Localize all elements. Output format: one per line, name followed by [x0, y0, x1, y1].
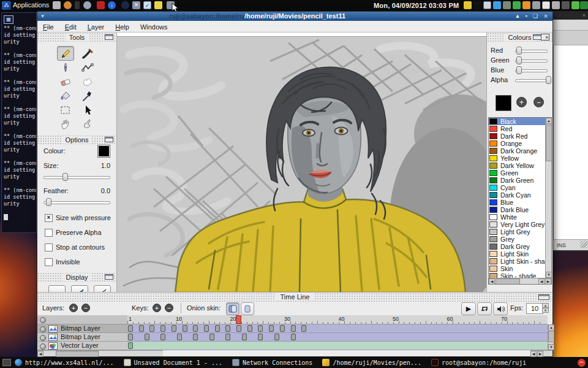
sync-icon[interactable] [493, 1, 501, 9]
shield-icon[interactable] [522, 1, 530, 9]
display-float-icon[interactable] [105, 274, 113, 280]
blue-slider[interactable] [515, 66, 548, 74]
palette-colour-yellow[interactable]: Yellow [489, 155, 551, 162]
keyframe[interactable] [291, 325, 296, 332]
menu-file[interactable]: File [37, 22, 59, 31]
fps-input[interactable]: 10 [526, 303, 543, 314]
updates-ok-icon[interactable] [513, 1, 521, 9]
remove-layer-button[interactable]: − [81, 304, 90, 312]
sticky-note-icon[interactable] [154, 1, 162, 9]
remove-key-button[interactable]: − [165, 304, 173, 312]
hand-tool-icon[interactable] [57, 117, 74, 131]
keyframe[interactable] [128, 325, 133, 332]
palette-swatch[interactable] [489, 258, 497, 264]
layer-row[interactable]: Bitmap Layer [37, 333, 127, 342]
screen-record-icon[interactable] [97, 1, 105, 9]
smudge-tool-icon[interactable] [79, 74, 96, 89]
current-frame-marker[interactable] [236, 315, 241, 324]
keyframe[interactable] [193, 334, 198, 340]
menu-layer[interactable]: Layer [82, 22, 110, 31]
palette-colour-dark-green[interactable]: Dark Green [489, 177, 551, 184]
shell-icon[interactable] [64, 1, 72, 9]
palette-colour-grey[interactable]: Grey [489, 236, 551, 243]
gedit-resize-grip[interactable] [580, 240, 587, 248]
palette-swatch[interactable] [489, 163, 497, 169]
palette-colour-cyan[interactable]: Cyan [489, 184, 551, 191]
palette-colour-black[interactable]: Black [489, 118, 551, 125]
palette-colour-light-skin-shade[interactable]: Light Skin - shade [489, 258, 551, 265]
palette-colour-blue[interactable]: Blue [489, 199, 551, 206]
menu-help[interactable]: Help [110, 22, 135, 31]
palette-colour-light-skin[interactable]: Light Skin [489, 250, 551, 258]
play-button[interactable]: ▶ [461, 302, 476, 315]
keyframe[interactable] [193, 325, 198, 332]
keyframe[interactable] [215, 325, 220, 332]
layer-visibility-toggle[interactable] [40, 326, 46, 332]
keyframe[interactable] [177, 334, 182, 340]
red-slider[interactable] [515, 47, 548, 55]
keyframe[interactable] [145, 334, 149, 340]
checkbox-unchecked[interactable] [45, 258, 53, 266]
keyframe[interactable] [258, 334, 263, 340]
palette-swatch[interactable] [489, 148, 497, 154]
terminal-menu-icon[interactable]: ▦ [4, 15, 13, 24]
tools-float-icon[interactable] [105, 34, 113, 40]
globe-icon[interactable] [121, 1, 129, 9]
timeline-float-icon[interactable] [538, 294, 549, 300]
palette-colour-orange[interactable]: Orange [489, 140, 551, 147]
palette-colour-light-grey[interactable]: Light Grey [489, 228, 551, 236]
keyframe[interactable] [225, 325, 230, 332]
size-slider[interactable] [43, 173, 110, 181]
tray-note-icon[interactable] [464, 1, 472, 9]
loop-button[interactable] [477, 302, 492, 315]
keyframe[interactable] [139, 325, 144, 332]
keyframe[interactable] [225, 334, 230, 340]
download-icon[interactable]: ↓ [108, 1, 116, 9]
distro-menu-icon[interactable]: ⁂ [2, 1, 11, 10]
checkbox-unchecked[interactable] [45, 229, 53, 237]
keyframe[interactable] [183, 325, 187, 332]
battery-icon[interactable] [571, 1, 579, 9]
palette-swatch[interactable] [489, 214, 497, 220]
timeline-ruler[interactable]: 110203040506070 [127, 315, 548, 324]
timeline-tracks[interactable] [127, 324, 548, 350]
brush-tool-icon[interactable] [79, 46, 96, 61]
palette-colour-red[interactable]: Red [489, 125, 551, 132]
alpha-slider[interactable] [515, 76, 548, 84]
minimize-button[interactable]: ▪ [522, 12, 530, 20]
keyframe[interactable] [160, 334, 165, 340]
palette-colour-very-light-grey[interactable]: Very Light Grey [489, 221, 551, 228]
move-tool-icon[interactable] [79, 102, 96, 117]
keyframe[interactable] [269, 325, 274, 332]
computer-icon[interactable] [532, 1, 540, 9]
colours-float-icon[interactable] [533, 34, 541, 40]
checkbox-unchecked[interactable] [45, 243, 53, 251]
palette-colour-dark-yellow[interactable]: Dark Yellow [489, 162, 551, 169]
shade-button[interactable]: ▲ [513, 12, 522, 20]
task-gedit[interactable]: Unsaved Document 1 - ... [124, 359, 223, 366]
green-slider[interactable] [515, 56, 548, 64]
palette-vscrollbar[interactable]: ▲ ▼ [545, 118, 551, 278]
timeline-vscrollbar[interactable]: ▲ ▼ [548, 324, 554, 350]
timeline-hscrollbar[interactable]: ◀ [37, 350, 163, 356]
keyframe[interactable] [274, 334, 279, 340]
clock[interactable]: Mon, 04/09/2012 03:03 PM [374, 2, 459, 9]
add-layer-button[interactable]: + [69, 304, 78, 312]
task-network[interactable]: Network Connections [232, 359, 312, 366]
canvas-area[interactable] [117, 33, 486, 292]
options-float-icon[interactable] [105, 137, 113, 142]
vector-track[interactable] [127, 342, 548, 350]
palette-swatch[interactable] [489, 133, 497, 139]
keyframe[interactable] [204, 325, 209, 332]
clipboard-check-icon[interactable]: ✓ [143, 1, 151, 9]
checkbox-checked[interactable]: × [45, 214, 53, 222]
palette-swatch[interactable] [489, 185, 497, 191]
feather-slider[interactable] [43, 198, 110, 206]
keyframe[interactable] [128, 334, 133, 340]
fps-up-button[interactable]: ▲ [542, 303, 549, 308]
edit-icon[interactable] [552, 1, 560, 9]
keyframe[interactable] [258, 325, 263, 332]
notes-icon[interactable] [53, 1, 61, 9]
fps-down-button[interactable]: ▼ [542, 308, 549, 313]
close-button[interactable]: × [541, 12, 550, 20]
